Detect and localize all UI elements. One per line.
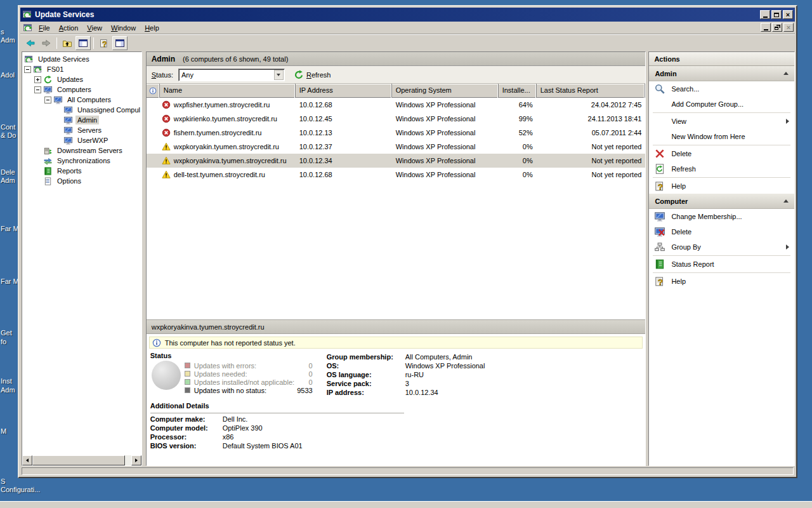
desktop-icon-label[interactable]: & Do xyxy=(1,131,16,139)
action-refresh[interactable]: Refresh xyxy=(649,161,794,177)
menu-view[interactable]: View xyxy=(82,22,107,34)
title-bar[interactable]: Update Services × xyxy=(20,8,795,22)
tree-item-update-services[interactable]: Update Services xyxy=(22,54,141,64)
desktop-icon-label[interactable]: Adm xyxy=(1,36,15,44)
column-last-status-report[interactable]: Last Status Report xyxy=(537,84,646,98)
action-add-computer-group[interactable]: Add Computer Group... xyxy=(649,97,794,112)
menu-action[interactable]: Action xyxy=(55,22,83,34)
tree-item-fs01[interactable]: FS01 xyxy=(22,64,141,74)
tree-item-unassigned-computers[interactable]: Unassigned Compul xyxy=(22,105,141,115)
status-notice: This computer has not reported status ye… xyxy=(149,337,643,349)
action-delete-group[interactable]: Delete xyxy=(649,146,794,161)
desktop-icon-label[interactable]: Dele xyxy=(1,168,15,176)
tree-item-all-computers[interactable]: All Computers xyxy=(22,95,141,105)
child-restore-button[interactable] xyxy=(772,23,782,32)
warning-icon xyxy=(162,170,171,179)
actions-group-computer[interactable]: Computer xyxy=(649,194,794,209)
help-button[interactable] xyxy=(96,36,112,50)
tree-item-options[interactable]: Options xyxy=(22,176,141,186)
show-console-tree-button[interactable] xyxy=(75,36,91,50)
action-change-membership[interactable]: Change Membership... xyxy=(649,209,794,224)
back-button[interactable] xyxy=(23,36,38,50)
scroll-left-icon[interactable] xyxy=(22,455,32,465)
table-row-selected[interactable]: wxpkoryakinva.tyumen.stroycredit.ru 10.0… xyxy=(147,154,646,168)
desktop-icon-label[interactable]: M xyxy=(1,427,6,435)
collapse-expander-icon[interactable] xyxy=(44,97,51,104)
desktop-icon-label[interactable]: Get xyxy=(1,329,12,337)
refresh-button[interactable]: Refresh xyxy=(294,70,331,80)
tree-item-downstream-servers[interactable]: Downstream Servers xyxy=(22,145,141,156)
action-help-computer[interactable]: Help xyxy=(649,274,794,289)
tree-item-servers[interactable]: Servers xyxy=(22,125,141,135)
tree-item-admin[interactable]: Admin xyxy=(22,115,141,125)
legend-updates-with-errors: Updates with errors: 0 xyxy=(185,361,313,370)
action-view[interactable]: View xyxy=(649,114,794,129)
desktop-icon-label[interactable]: s xyxy=(1,28,4,36)
desktop-icon-label[interactable]: Far M xyxy=(1,277,19,285)
tree-horizontal-scrollbar[interactable] xyxy=(22,455,141,465)
desktop-icon-label[interactable]: Adol xyxy=(1,71,15,79)
column-operating-system[interactable]: Operating System xyxy=(392,84,499,98)
tree-item-synchronizations[interactable]: Synchronizations xyxy=(22,156,141,166)
scroll-right-icon[interactable] xyxy=(131,455,141,465)
desktop-icon-label[interactable]: Adm xyxy=(1,386,15,394)
table-row[interactable]: wxpfisher.tyumen.stroycredit.ru 10.0.12.… xyxy=(147,98,646,112)
child-close-button[interactable]: × xyxy=(783,23,794,32)
taskbar[interactable] xyxy=(0,501,812,508)
collapse-section-icon[interactable] xyxy=(783,199,789,203)
processor-value: x86 xyxy=(223,433,234,441)
collapse-expander-icon[interactable] xyxy=(24,66,31,73)
actions-group-admin[interactable]: Admin xyxy=(649,66,794,81)
child-window-icon[interactable] xyxy=(23,23,33,33)
scrollbar-thumb[interactable] xyxy=(32,455,125,465)
close-button[interactable]: × xyxy=(783,10,793,19)
menu-window[interactable]: Window xyxy=(107,22,140,34)
action-status-report[interactable]: Status Report xyxy=(649,257,794,272)
minimize-button[interactable] xyxy=(760,10,770,19)
desktop-icon-label[interactable]: Far M xyxy=(1,225,19,232)
status-filter-dropdown[interactable]: Any xyxy=(178,69,285,81)
column-ip-address[interactable]: IP Address xyxy=(296,84,392,98)
desktop-icon-label[interactable]: S xyxy=(1,478,5,485)
collapse-section-icon[interactable] xyxy=(783,72,789,75)
column-name[interactable]: Name xyxy=(160,84,296,98)
group-membership-label: Group membership: xyxy=(327,353,393,361)
action-delete-computer[interactable]: Delete xyxy=(649,224,794,239)
desktop-icon-label[interactable]: Adm xyxy=(1,177,15,184)
chevron-down-icon[interactable] xyxy=(274,70,284,80)
desktop-icon-label[interactable]: Cont xyxy=(1,123,15,131)
maximize-button[interactable] xyxy=(771,10,782,19)
menu-help[interactable]: Help xyxy=(140,22,164,34)
tree-item-reports[interactable]: Reports xyxy=(22,166,141,176)
group-by-icon xyxy=(654,241,665,253)
expand-expander-icon[interactable] xyxy=(34,76,41,83)
info-icon xyxy=(152,338,161,347)
desktop-icon-label[interactable]: Configurati... xyxy=(1,486,40,493)
forward-button[interactable] xyxy=(39,36,54,50)
desktop-icon-label[interactable]: fo xyxy=(1,338,6,345)
table-row[interactable]: wxpkirienko.tyumen.stroycredit.ru 10.0.1… xyxy=(147,112,646,126)
column-status[interactable] xyxy=(147,84,160,98)
table-row[interactable]: fishern.tyumen.stroycredit.ru 10.0.12.13… xyxy=(147,126,646,140)
desktop-icon-label[interactable]: Inst xyxy=(1,377,12,385)
back-icon xyxy=(25,38,36,48)
action-help-group[interactable]: Help xyxy=(649,178,794,194)
column-installed[interactable]: Installe... xyxy=(499,84,537,98)
tree-item-computers[interactable]: Computers xyxy=(22,84,141,95)
tree-item-updates[interactable]: Updates xyxy=(22,74,141,84)
reports-icon xyxy=(43,166,53,176)
search-icon xyxy=(654,83,665,95)
tree-item-userwxp[interactable]: UserWXP xyxy=(22,135,141,145)
up-one-level-button[interactable] xyxy=(60,36,75,50)
collapse-expander-icon[interactable] xyxy=(34,86,41,93)
child-minimize-button[interactable] xyxy=(761,23,771,32)
computer-icon xyxy=(63,136,73,145)
table-row[interactable]: wxpkoryakin.tyumen.stroycredit.ru 10.0.1… xyxy=(147,140,646,154)
action-search[interactable]: Search... xyxy=(649,81,794,97)
table-row[interactable]: dell-test.tyumen.stroycredit.ru 10.0.12.… xyxy=(147,168,646,182)
action-group-by[interactable]: Group By xyxy=(649,239,794,255)
menu-file[interactable]: File xyxy=(34,22,55,34)
console-icon xyxy=(24,55,34,64)
action-new-window[interactable]: New Window from Here xyxy=(649,129,794,144)
show-action-pane-button[interactable] xyxy=(112,36,128,50)
